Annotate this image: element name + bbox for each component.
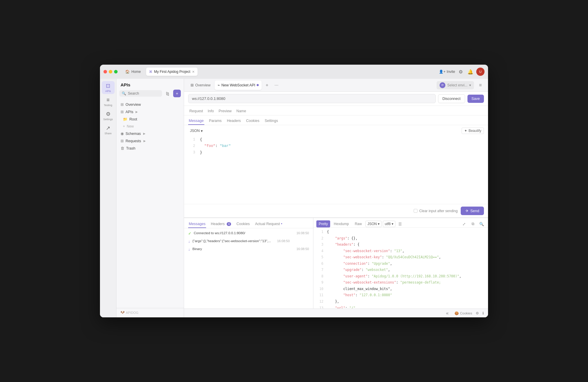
chevron-down-icon: ▾ — [469, 83, 471, 87]
sidebar-nav-overview[interactable]: ⊞ Overview — [118, 101, 182, 108]
more-tabs-button[interactable]: ··· — [272, 81, 280, 89]
plus-icon: + — [123, 124, 125, 128]
message-item-binary[interactable]: ↓ Binary 16:08:50 — [184, 245, 313, 253]
settings-footer-icon: ⚙ — [476, 311, 479, 315]
bell-icon[interactable]: 🔔 — [467, 69, 473, 74]
content-footer: « 🍪 Cookies ⚙ ℹ — [184, 309, 488, 317]
expand-icon[interactable]: ⤢ — [460, 220, 467, 227]
testing-icon: ≡ — [106, 97, 110, 103]
beautify-button[interactable]: ✦ Beautify — [462, 128, 484, 134]
footer-icon-1[interactable]: ⚙ — [476, 311, 479, 315]
requests-arrow: ▶ — [143, 139, 146, 143]
user-avatar[interactable]: U — [476, 68, 485, 76]
sidebar-nav-requests[interactable]: ⊞ Requests ▶ — [118, 137, 182, 145]
env-selector[interactable]: ⟳ Select envi... ▾ — [437, 81, 474, 89]
msg-tab-params[interactable]: Params — [208, 117, 222, 125]
sidebar-item-apis[interactable]: ⊡ APIs — [102, 81, 115, 94]
add-tab-button[interactable]: + — [263, 81, 271, 89]
bottom-right: Pretty Hexdump Raw JSON ▾ utf8 ▾ ☰ — [313, 218, 488, 309]
sidebar-item-settings[interactable]: ⚙ Settings — [102, 109, 115, 122]
bottom-tab-actual-request[interactable]: Actual Request • — [254, 220, 283, 228]
add-button[interactable]: + — [173, 90, 181, 97]
filter-button[interactable]: ⧎ — [164, 90, 171, 97]
req-tab-preview[interactable]: Preview — [217, 108, 233, 115]
home-tab[interactable]: 🏠 Home — [122, 68, 144, 76]
new-item-button[interactable]: + New — [121, 123, 182, 130]
req-tab-info[interactable]: Info — [207, 108, 215, 115]
resp-tab-hexdump[interactable]: Hexdump — [331, 220, 351, 227]
disconnect-button[interactable]: Disconnect — [438, 94, 465, 103]
trash-icon: 🗑 — [121, 146, 124, 150]
resp-line-6: 6 "connection": "Upgrade", — [313, 261, 488, 267]
sidebar-item-testing[interactable]: ≡ Testing — [102, 95, 115, 108]
clear-input-label: Clear input after sending — [414, 209, 458, 213]
bottom-tab-headers[interactable]: Headers 4 — [210, 220, 232, 228]
sidebar-nav-schemas[interactable]: ◉ Schemas ▶ — [118, 130, 182, 137]
code-line-2: 2 "foo": "bar" — [184, 143, 488, 149]
requests-icon: ⊞ — [121, 139, 124, 143]
bottom-tab-cookies[interactable]: Cookies — [236, 220, 250, 228]
apis-arrow: ▶ — [136, 110, 138, 113]
app-window: 🏠 Home ⌘ My First Apidog Project ✕ 👤+ In… — [100, 65, 488, 317]
format-list-icon[interactable]: ☰ — [397, 220, 404, 227]
tab-new-ws[interactable]: ⌁ New WebSocket API — [215, 81, 262, 90]
code-line-3: 3 } — [184, 149, 488, 156]
message-item-incoming[interactable]: ↓ {"args":{},"headers":{"sec-websocket-v… — [184, 237, 313, 245]
search-input[interactable] — [128, 91, 160, 96]
chevron-down-icon: ▾ — [392, 222, 393, 226]
gear-icon[interactable]: ⚙ — [459, 69, 464, 74]
msg-tab-settings[interactable]: Settings — [264, 117, 278, 125]
url-input[interactable] — [188, 94, 436, 103]
apidog-logo: 🐶 APIDOG — [121, 311, 138, 314]
req-tab-name[interactable]: Name — [235, 108, 247, 115]
more-options-button[interactable]: ≡ — [476, 81, 485, 89]
tab-new-ws-label: New WebSocket API — [221, 83, 255, 87]
copy-icon[interactable]: ⧉ — [469, 220, 476, 227]
bottom-tab-messages[interactable]: Messages — [188, 220, 206, 228]
req-tab-request[interactable]: Request — [188, 108, 204, 115]
save-button[interactable]: Save — [467, 95, 484, 103]
tab-overview-label: Overview — [195, 83, 211, 87]
msg-tab-message[interactable]: Message — [188, 117, 204, 125]
sidebar-item-share[interactable]: ↗ Share — [102, 123, 115, 136]
msg-tab-headers[interactable]: Headers — [226, 117, 241, 125]
tab-overview[interactable]: ⊞ Overview — [188, 81, 213, 90]
resp-line-13: 13 "url": "/" — [313, 305, 488, 309]
invite-button[interactable]: 👤+ Invite — [439, 70, 455, 74]
collapse-sidebar-button[interactable]: « — [443, 309, 451, 317]
home-tab-label: Home — [131, 70, 141, 74]
schemas-arrow: ▶ — [143, 132, 146, 135]
message-item-connected[interactable]: ✓ Connected to ws://127.0.0.1:8080/ 16:0… — [184, 229, 313, 237]
cookies-button[interactable]: 🍪 Cookies — [455, 311, 472, 315]
resp-line-9: 9 "sec-websocket-extensions": "permessag… — [313, 279, 488, 286]
content-area: ⊞ Overview ⌁ New WebSocket API + ··· ⟳ S… — [184, 79, 488, 317]
maximize-button[interactable] — [114, 70, 118, 73]
code-editor[interactable]: 1 { 2 "foo": "bar" 3 } — [184, 136, 488, 204]
env-icon: ⟳ — [440, 82, 445, 88]
resp-line-8: 8 "user-agent": "Apidog/1.0.0 (http://19… — [313, 273, 488, 280]
footer-icon-2[interactable]: ℹ — [482, 311, 484, 315]
format-selector[interactable]: JSON ▾ — [188, 128, 205, 134]
minimize-button[interactable] — [109, 70, 112, 73]
search-input-wrap: 🔍 — [119, 90, 162, 97]
resp-encoding-select[interactable]: utf8 ▾ — [383, 221, 395, 227]
search-response-icon[interactable]: 🔍 — [478, 220, 485, 227]
clear-checkbox[interactable] — [414, 209, 417, 213]
resp-format-select[interactable]: JSON ▾ — [365, 221, 382, 227]
message-tabs: Message Params Headers Cookies Settings — [184, 115, 488, 125]
project-tab-close[interactable]: ✕ — [192, 70, 195, 74]
request-tabs: Request Info Preview Name — [184, 106, 488, 115]
resp-tab-pretty[interactable]: Pretty — [316, 220, 330, 227]
connected-icon: ✓ — [188, 231, 191, 236]
settings-icon: ⚙ — [106, 111, 111, 117]
resp-tab-raw[interactable]: Raw — [353, 220, 364, 227]
sidebar-title: APIs — [121, 82, 130, 87]
close-button[interactable] — [103, 70, 107, 73]
resp-line-5: 5 "sec-websocket-key": "QQ/Xu54CeuDCh42I… — [313, 254, 488, 261]
sidebar-nav-root[interactable]: 📁 Root — [121, 115, 182, 123]
project-tab[interactable]: ⌘ My First Apidog Project ✕ — [146, 68, 198, 76]
msg-tab-cookies[interactable]: Cookies — [245, 117, 260, 125]
sidebar-nav-trash[interactable]: 🗑 Trash — [118, 145, 182, 152]
sidebar-nav-apis[interactable]: ⊞ APIs ▶ — [118, 108, 182, 115]
send-button[interactable]: ✈ Send — [461, 207, 484, 215]
